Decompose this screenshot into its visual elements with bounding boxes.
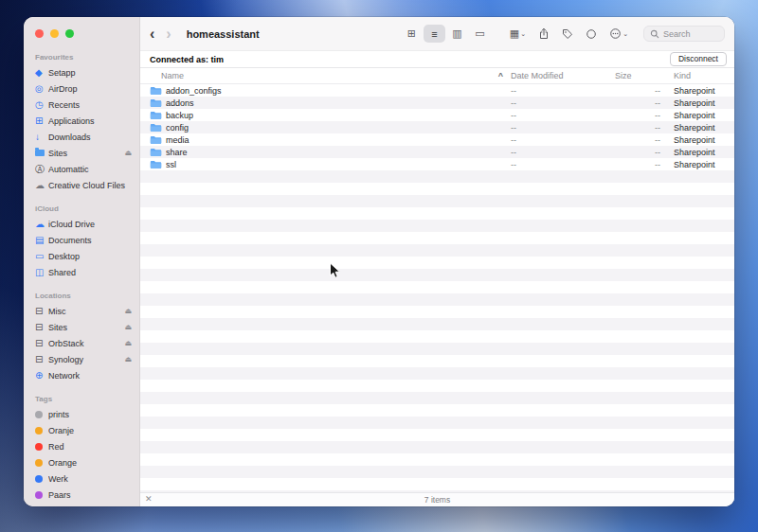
eject-icon[interactable]: ⏏ [124, 323, 132, 331]
file-kind: Sharepoint [660, 111, 721, 120]
sidebar-item-prints[interactable]: prints [24, 406, 139, 422]
sidebar-item-desktop[interactable]: ▭Desktop [24, 248, 139, 264]
sidebar-item-red[interactable]: Red [24, 438, 139, 454]
sidebar-item-documents[interactable]: ▤Documents [24, 232, 139, 248]
zoom-button[interactable] [65, 29, 74, 38]
sidebar-item-label: iCloud Drive [48, 220, 132, 229]
share-icon[interactable] [538, 27, 550, 40]
sidebar-item-airdrop[interactable]: ◎AirDrop [24, 80, 139, 97]
file-size: -- [605, 86, 660, 96]
more-actions-icon[interactable]: ⌄ [609, 27, 628, 40]
folder-icon [35, 149, 48, 158]
list-header: Name ^ Date Modified Size Kind [140, 68, 734, 84]
sidebar-item-label: Desktop [48, 252, 132, 261]
file-name-cell: media [150, 135, 511, 145]
downloads-icon: ↓ [35, 133, 48, 142]
circle-badge-icon[interactable] [586, 28, 597, 40]
sidebar-item-werk[interactable]: Werk [24, 470, 139, 487]
disconnect-button[interactable]: Disconnect [670, 52, 727, 66]
eject-icon[interactable]: ⏏ [124, 355, 132, 364]
column-header-date-modified[interactable]: Date Modified [511, 71, 605, 80]
sidebar-item-orbstack[interactable]: ⊟OrbStack⏏ [24, 335, 139, 351]
sidebar-item-label: Green [48, 506, 132, 507]
sidebar-section-icloud: iCloud☁iCloud Drive▤Documents▭Desktop◫Sh… [24, 204, 139, 280]
applications-icon: ⊞ [35, 116, 48, 126]
sidebar: Favourites◆Setapp◎AirDrop◷Recents⊞Applic… [24, 17, 140, 506]
file-name: config [166, 123, 189, 133]
file-row-backup[interactable]: backup----Sharepoint [140, 109, 734, 121]
sidebar-item-label: Sites [48, 149, 124, 158]
eject-icon[interactable]: ⏏ [124, 307, 132, 315]
file-kind: Sharepoint [660, 135, 721, 145]
sidebar-item-label: Shared [48, 268, 132, 277]
search-input[interactable]: Search [643, 26, 725, 42]
sidebar-item-misc[interactable]: ⊟Misc⏏ [24, 303, 139, 319]
sidebar-item-sites[interactable]: Sites⏏ [24, 145, 139, 161]
chevron-down-icon: ⌄ [623, 30, 628, 37]
toolbar: ‹ › homeassistant ⊞≡▥▭ ▦⌄ [140, 17, 734, 51]
file-name: addons [166, 98, 194, 108]
column-header-name[interactable]: Name ^ [150, 71, 511, 80]
sidebar-item-shared[interactable]: ◫Shared [24, 264, 139, 280]
eject-icon[interactable]: ⏏ [124, 339, 132, 347]
column-header-kind[interactable]: Kind [660, 71, 721, 80]
sidebar-item-sites[interactable]: ⊟Sites⏏ [24, 319, 139, 335]
sidebar-item-synology[interactable]: ⊟Synology⏏ [24, 351, 139, 367]
sidebar-item-applications[interactable]: ⊞Applications [24, 113, 139, 129]
file-date-modified: -- [511, 160, 605, 169]
sidebar-item-downloads[interactable]: ↓Downloads [24, 129, 139, 145]
file-row-config[interactable]: config----Sharepoint [140, 121, 734, 133]
list-view-button[interactable]: ≡ [424, 25, 445, 43]
minimize-button[interactable] [50, 29, 59, 38]
sidebar-item-network[interactable]: ⊕Network [24, 367, 139, 383]
sidebar-item-label: Sites [48, 323, 124, 332]
close-button[interactable] [35, 29, 44, 38]
file-size: -- [605, 148, 660, 157]
file-size: -- [605, 111, 660, 120]
gallery-view-button[interactable]: ▭ [469, 25, 491, 43]
tag-dot-icon [35, 490, 48, 500]
sidebar-item-green[interactable]: Green [24, 503, 139, 506]
sidebar-item-recents[interactable]: ◷Recents [24, 97, 139, 113]
folder-icon [150, 135, 162, 145]
file-date-modified: -- [511, 111, 605, 120]
sidebar-item-label: Applications [48, 116, 132, 126]
file-row-addon_configs[interactable]: addon_configs----Sharepoint [140, 84, 734, 97]
file-date-modified: -- [511, 135, 605, 145]
group-glyph: ▦ [510, 28, 519, 39]
main-content: ‹ › homeassistant ⊞≡▥▭ ▦⌄ [140, 17, 734, 506]
sidebar-item-paars[interactable]: Paars [24, 487, 139, 503]
file-row-ssl[interactable]: ssl----Sharepoint [140, 158, 734, 170]
connection-bar: Connected as: tim Disconnect [140, 51, 734, 68]
file-row-addons[interactable]: addons----Sharepoint [140, 97, 734, 109]
file-kind: Sharepoint [660, 123, 721, 133]
sidebar-item-creative-cloud-files[interactable]: ☁Creative Cloud Files [24, 177, 139, 193]
tag-icon[interactable] [562, 28, 573, 40]
sidebar-item-label: Creative Cloud Files [48, 181, 132, 190]
file-row-media[interactable]: media----Sharepoint [140, 133, 734, 146]
file-date-modified: -- [511, 123, 605, 133]
sidebar-item-label: Oranje [48, 426, 132, 435]
column-view-button[interactable]: ▥ [446, 25, 468, 43]
sidebar-item-label: AirDrop [48, 84, 132, 94]
sidebar-item-automattic[interactable]: ⒶAutomattic [24, 161, 139, 177]
group-by-icon[interactable]: ▦⌄ [510, 28, 526, 39]
sidebar-item-oranje[interactable]: Oranje [24, 422, 139, 438]
tag-dot-icon [35, 410, 48, 419]
sidebar-item-label: Synology [48, 355, 124, 364]
close-x-icon[interactable]: ✕ [145, 495, 153, 504]
back-button[interactable]: ‹ [150, 27, 154, 42]
file-row-share[interactable]: share----Sharepoint [140, 146, 734, 158]
window-controls [24, 29, 139, 38]
icon-view-button[interactable]: ⊞ [401, 25, 423, 43]
eject-icon[interactable]: ⏏ [124, 149, 132, 157]
sidebar-item-orange[interactable]: Orange [24, 454, 139, 470]
clock-icon: ◷ [35, 100, 48, 110]
sidebar-item-icloud-drive[interactable]: ☁iCloud Drive [24, 216, 139, 232]
tag-dot-icon [35, 442, 48, 452]
document-icon: ▤ [35, 236, 48, 245]
forward-button[interactable]: › [166, 27, 171, 42]
sidebar-item-label: Automattic [48, 165, 132, 174]
column-header-size[interactable]: Size [605, 71, 660, 80]
sidebar-item-setapp[interactable]: ◆Setapp [24, 64, 139, 80]
